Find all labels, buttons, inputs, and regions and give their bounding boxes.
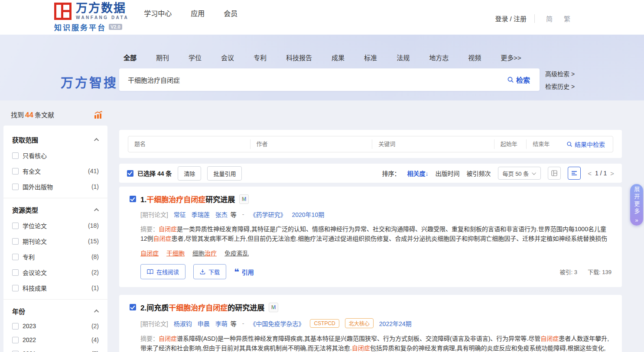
tab-video[interactable]: 视频 [468, 53, 481, 62]
page-indicator: 1 / 1 [595, 170, 607, 177]
tab-more[interactable]: 更多>> [501, 53, 521, 62]
select-all-checkbox[interactable] [127, 170, 133, 177]
nav-membership[interactable]: 会员 [224, 8, 237, 18]
list-view-button[interactable] [568, 167, 581, 180]
cited-count: 被引: 3 [560, 268, 577, 276]
result-checkbox[interactable] [130, 304, 136, 310]
author-link[interactable]: 常征 [174, 210, 186, 219]
tab-journal[interactable]: 期刊 [156, 53, 169, 62]
author-link[interactable]: 张杰 [215, 210, 228, 219]
search-button[interactable]: 检索 [498, 74, 540, 85]
advanced-search-link[interactable]: 高级检索 > [545, 69, 575, 78]
filter-fulltext[interactable]: 有全文 (41) [12, 167, 99, 175]
tab-local-records[interactable]: 地方志 [429, 53, 449, 62]
grid-view-button[interactable] [548, 167, 561, 180]
refine-author-input[interactable] [250, 141, 372, 147]
tab-regulations[interactable]: 法规 [397, 53, 410, 62]
cstpcd-badge: CSTPCD [310, 319, 339, 328]
filter-year-2022[interactable]: 2022 (4) [12, 336, 99, 343]
result-title-link[interactable]: 2.间充质干细胞治疗自闭症的研究进展 [140, 302, 264, 313]
author-link[interactable]: 杨淑钧 [174, 319, 192, 328]
author-link[interactable]: 季瑞莲 [192, 210, 210, 219]
tab-patent[interactable]: 专利 [254, 53, 267, 62]
filter-year-2021[interactable]: 2021 (7) [12, 350, 99, 352]
tab-standards[interactable]: 标准 [364, 53, 377, 62]
download-count: 下载: 139 [588, 268, 611, 276]
filter-conference-paper[interactable]: 会议论文 (2) [12, 268, 99, 277]
m-badge-icon[interactable]: M [239, 194, 249, 204]
journal-link[interactable]: 《药学研究》 [250, 210, 286, 219]
checkbox-foreign-publications[interactable] [12, 184, 19, 190]
tab-achievements[interactable]: 成果 [332, 53, 345, 62]
read-online-button[interactable]: 在线阅读 [140, 264, 185, 279]
sort-by-relevance[interactable]: 相关度↓ [407, 169, 429, 178]
chevron-down-icon [532, 171, 536, 175]
checkbox-conference-paper[interactable] [12, 269, 19, 276]
search-history-link[interactable]: 检索历史 > [545, 82, 575, 90]
tab-conference[interactable]: 会议 [221, 53, 234, 62]
clear-selection-button[interactable]: 清除 [178, 166, 201, 181]
expand-more-panel-button[interactable]: 展开更多 » [630, 184, 643, 226]
tab-degree[interactable]: 学位 [189, 53, 202, 62]
author-link[interactable]: 李萌 [215, 319, 228, 328]
checkbox-fulltext[interactable] [12, 168, 19, 174]
page-size-select[interactable]: 每页 50 条 [498, 167, 541, 180]
author-link[interactable]: 申晨 [198, 319, 210, 328]
checkbox-degree-thesis[interactable] [12, 223, 19, 229]
m-badge-icon[interactable]: M [269, 303, 278, 312]
section-header-access-scope[interactable]: 获取范围 [12, 135, 99, 144]
lang-simplified[interactable]: 简 [546, 14, 553, 23]
sort-arrow-down: ↓ [426, 170, 429, 177]
keyword-link[interactable]: 免疫紊乱 [224, 249, 249, 257]
cite-button[interactable]: ❝ 引用 [234, 268, 254, 276]
download-button[interactable]: 下载 [193, 264, 226, 279]
filter-foreign-publications[interactable]: 国外出版物 (1) [12, 182, 99, 191]
keyword-link[interactable]: 细胞治疗 [192, 249, 217, 257]
search-in-results-button[interactable]: 结果中检索 [559, 140, 613, 149]
checkbox-tech-achievement[interactable] [12, 285, 19, 291]
nav-learning-center[interactable]: 学习中心 [144, 8, 172, 18]
tab-tech-report[interactable]: 科技报告 [286, 53, 312, 62]
wanfang-logo[interactable]: 万方数据 WANFANG DATA 知识服务平台 V2.0 [54, 3, 129, 32]
section-header-resource-type[interactable]: 资源类型 [12, 205, 99, 214]
journal-link[interactable]: 《中国免疫学杂志》 [250, 319, 304, 328]
sort-by-publish-date[interactable]: 出版时间 [436, 169, 460, 178]
checkbox-year-2022[interactable] [12, 337, 19, 343]
refine-keyword-input[interactable] [372, 141, 494, 147]
lang-traditional[interactable]: 繁 [564, 14, 570, 23]
checkbox-year-2021[interactable] [12, 351, 19, 352]
filter-journal-paper[interactable]: 期刊论文 (15) [12, 237, 99, 245]
filter-core-only[interactable]: 只看核心 [12, 151, 99, 160]
filter-tech-achievement[interactable]: 科技成果 (1) [12, 284, 99, 292]
checkbox-core-only[interactable] [12, 152, 19, 159]
checkbox-patent[interactable] [12, 254, 19, 260]
statistics-chart-icon[interactable] [93, 110, 103, 119]
filter-year-2023[interactable]: 2023 (2) [12, 323, 99, 329]
filter-degree-thesis[interactable]: 学位论文 (18) [12, 221, 99, 230]
section-header-year[interactable]: 年份 [12, 307, 99, 316]
checkbox-year-2023[interactable] [12, 323, 19, 329]
keyword-link[interactable]: 干细胞 [166, 249, 185, 257]
next-page-button[interactable]: > [610, 170, 614, 177]
filter-patent[interactable]: 专利 (8) [12, 252, 99, 261]
prev-page-button[interactable]: < [588, 170, 592, 177]
result-title-link[interactable]: 1.干细胞治疗自闭症研究进展 [140, 194, 235, 204]
refine-title-input[interactable] [128, 141, 250, 147]
tab-all[interactable]: 全部 [124, 53, 137, 62]
filter-card: 获取范围 只看核心 有全文 (41) 国外出版物 (1) [3, 126, 107, 352]
issue-link[interactable]: 2022年24期 [379, 319, 412, 328]
issue-link[interactable]: 2020年10期 [292, 210, 324, 219]
keyword-link[interactable]: 自闭症 [140, 249, 159, 257]
nav-apps[interactable]: 应用 [191, 8, 205, 18]
search-input[interactable] [119, 76, 498, 84]
sort-by-citations[interactable]: 被引频次 [467, 169, 491, 178]
login-register-link[interactable]: 登录 / 注册 [495, 14, 527, 23]
result-item-2: 2.间充质干细胞治疗自闭症的研究进展 M [期刊论文] 杨淑钧 申晨 李萌 等 … [119, 295, 622, 352]
batch-cite-button[interactable]: 批量引用 [207, 166, 242, 181]
separator: - [242, 320, 244, 327]
refine-end-year-input[interactable] [527, 141, 559, 147]
checkbox-journal-paper[interactable] [12, 238, 19, 245]
refine-start-year-input[interactable] [494, 141, 527, 147]
result-checkbox[interactable] [130, 196, 136, 202]
chevron-up-icon [94, 138, 99, 142]
